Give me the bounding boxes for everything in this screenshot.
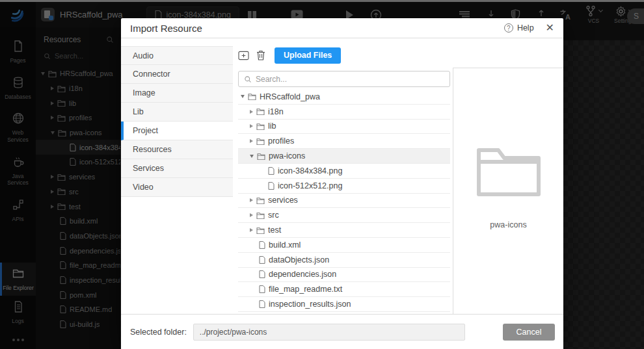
resource-type-label: Connector [133, 70, 170, 79]
file-icon [268, 182, 275, 190]
folder-icon [256, 227, 265, 234]
dialog-title: Import Resource [130, 23, 202, 34]
file-icon [259, 241, 265, 249]
resource-type-lib[interactable]: Lib [121, 103, 233, 122]
resource-type-services[interactable]: Services [121, 159, 233, 178]
tree-row-hrscaffold-pwa[interactable]: HRScaffold_pwa [238, 90, 450, 105]
resource-type-label: Lib [133, 107, 144, 116]
resource-type-label: Project [133, 126, 158, 135]
resource-type-audio[interactable]: Audio [121, 46, 233, 65]
tree-item-label: lib [268, 122, 276, 131]
tree-row-i18n[interactable]: i18n [238, 105, 450, 120]
chevron-collapsed-icon[interactable] [250, 124, 253, 128]
tree-row-icon-384x384-png[interactable]: icon-384x384.png [238, 164, 450, 179]
chevron-collapsed-icon[interactable] [250, 213, 253, 217]
folder-icon [257, 153, 265, 160]
resource-type-video[interactable]: Video [121, 178, 233, 197]
resource-type-connector[interactable]: Connector [121, 65, 233, 84]
resource-type-label: Services [133, 164, 164, 173]
tree-toolbar: Upload Files [238, 47, 563, 64]
help-icon: ? [504, 23, 513, 32]
chevron-collapsed-icon[interactable] [250, 139, 253, 143]
resource-type-resources[interactable]: Resources [121, 140, 233, 159]
resource-type-label: Video [133, 183, 154, 192]
tree-row-inspection-results-json[interactable]: inspection_results.json [238, 297, 450, 312]
dialog-search-input[interactable] [256, 75, 444, 84]
tree-item-label: build.xml [269, 240, 301, 250]
folder-preview-icon [475, 144, 543, 198]
tree-row-icon-512x512-png[interactable]: icon-512x512.png [238, 179, 450, 194]
dialog-main: Upload Files HRScaffold_pwai18nlibprofil… [233, 38, 563, 314]
delete-icon[interactable] [256, 50, 265, 60]
folder-icon [248, 93, 256, 100]
resource-type-label: Image [133, 88, 155, 97]
app-window: HRScaffold_pwa icon-384x384.png [0, 0, 644, 349]
selected-folder-input[interactable] [193, 324, 465, 341]
help-button[interactable]: ? Help [504, 23, 534, 32]
selection-preview-panel: pwa-icons [453, 68, 563, 314]
tree-row-test[interactable]: test [238, 223, 450, 238]
tree-row-src[interactable]: src [238, 208, 450, 223]
tree-row-file-map-readme-txt[interactable]: file_map_readme.txt [238, 282, 450, 297]
resource-type-project[interactable]: Project [121, 122, 233, 140]
tree-item-label: icon-512x512.png [278, 181, 342, 190]
resource-type-nav: AudioConnectorImageLibProjectResourcesSe… [121, 38, 233, 314]
tree-item-label: src [268, 211, 279, 220]
resource-type-image[interactable]: Image [121, 84, 233, 103]
file-icon [259, 300, 265, 308]
tree-row-build-xml[interactable]: build.xml [238, 238, 450, 253]
tree-row-dataobjects-json[interactable]: dataObjects.json [238, 253, 450, 268]
import-resource-dialog: Import Resource ? Help ✕ AudioConnectorI… [121, 18, 563, 349]
resource-type-label: Audio [133, 51, 154, 60]
tree-item-label: pwa-icons [269, 151, 305, 161]
tree-item-label: dataObjects.json [269, 255, 329, 265]
cancel-button[interactable]: Cancel [503, 324, 555, 341]
folder-icon [256, 123, 265, 130]
tree-row-services[interactable]: services [238, 194, 450, 209]
dialog-search-field[interactable] [238, 71, 450, 87]
new-folder-icon[interactable] [238, 51, 249, 60]
preview-folder-label: pwa-icons [490, 220, 526, 229]
selected-folder-label: Selected folder: [130, 328, 187, 337]
dialog-file-tree: HRScaffold_pwai18nlibprofilespwa-iconsic… [238, 90, 450, 314]
folder-icon [256, 108, 265, 115]
tree-row-profiles[interactable]: profiles [238, 134, 450, 149]
search-icon [244, 75, 252, 83]
tree-item-label: test [268, 226, 281, 235]
tree-item-label: profiles [268, 136, 294, 146]
help-label: Help [517, 23, 534, 32]
resource-type-label: Resources [133, 145, 172, 154]
chevron-collapsed-icon[interactable] [250, 198, 253, 202]
folder-icon [256, 212, 265, 219]
tree-row-pwa-icons[interactable]: pwa-icons [238, 149, 450, 164]
tree-item-label: file_map_readme.txt [269, 285, 342, 294]
tree-item-label: services [268, 196, 298, 205]
tree-item-label: i18n [268, 107, 284, 116]
chevron-collapsed-icon[interactable] [250, 110, 253, 114]
tree-item-label: inspection_results.json [269, 300, 351, 309]
file-icon [259, 270, 265, 278]
folder-icon [256, 197, 265, 204]
close-icon[interactable]: ✕ [546, 23, 554, 33]
chevron-expanded-icon[interactable] [250, 155, 254, 158]
tree-row-lib[interactable]: lib [238, 120, 450, 135]
tree-row-dependencies-json[interactable]: dependencies.json [238, 268, 450, 283]
dialog-footer: Selected folder: Cancel [121, 314, 563, 349]
tree-item-label: HRScaffold_pwa [260, 92, 320, 101]
upload-files-button[interactable]: Upload Files [275, 47, 341, 64]
dialog-header: Import Resource ? Help ✕ [121, 18, 563, 38]
tree-item-label: icon-384x384.png [278, 166, 342, 175]
chevron-collapsed-icon[interactable] [250, 228, 253, 232]
chevron-expanded-icon[interactable] [241, 95, 245, 98]
file-icon [259, 256, 265, 264]
tree-item-label: dependencies.json [269, 270, 336, 279]
file-icon [268, 167, 275, 175]
file-icon [259, 285, 265, 293]
folder-icon [256, 138, 265, 145]
